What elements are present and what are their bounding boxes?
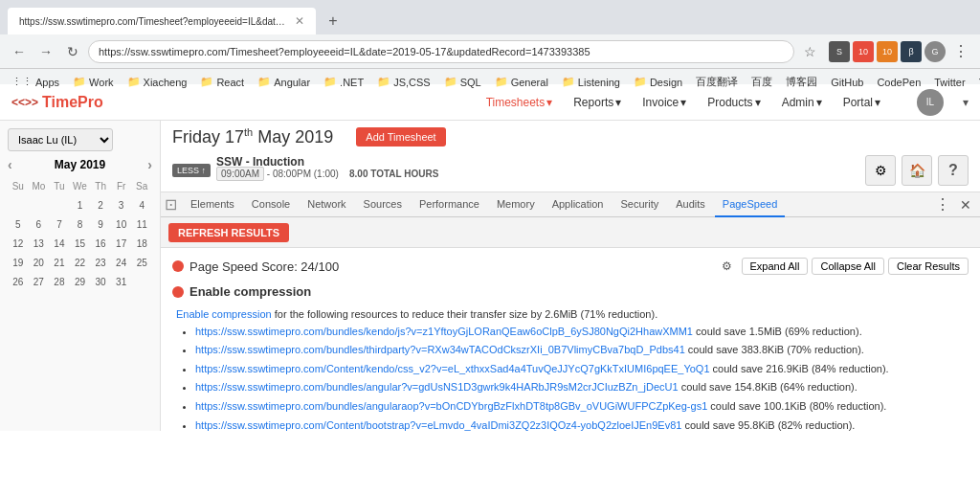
cal-day today[interactable]: 17 <box>111 234 132 253</box>
compression-url-6[interactable]: https://ssw.sswtimepro.com/Content/boots… <box>195 419 681 431</box>
cal-day[interactable]: 6 <box>29 214 50 234</box>
compression-url-2[interactable]: https://ssw.sswtimepro.com/bundles/third… <box>195 344 685 355</box>
user-dropdown-icon[interactable]: ▾ <box>963 96 969 109</box>
bookmark-general[interactable]: 📁 General <box>491 74 552 90</box>
address-bar[interactable]: https://ssw.sswtimepro.com/Timesheet?emp… <box>88 40 794 63</box>
cal-day[interactable]: 30 <box>90 272 111 291</box>
tab-audits[interactable]: Audits <box>668 192 713 217</box>
bookmark-react[interactable]: 📁 React <box>196 74 248 90</box>
cal-day[interactable]: 29 <box>70 272 91 291</box>
browser-tab[interactable]: https://ssw.sswtimepro.com/Timesheet?emp… <box>8 8 316 34</box>
bookmark-twitter[interactable]: Twitter <box>930 75 969 90</box>
cal-day[interactable]: 5 <box>8 214 29 234</box>
devtools-more-icon[interactable]: ⋮ <box>932 194 953 215</box>
tab-pagespeed[interactable]: PageSpeed <box>715 192 786 217</box>
ext-icon-2[interactable]: 10 <box>853 41 874 62</box>
bookmark-work[interactable]: 📁 Work <box>69 74 117 90</box>
pagespeed-settings-icon[interactable]: ⚙ <box>717 256 738 277</box>
cal-day[interactable]: 10 <box>111 214 132 234</box>
expand-all-button[interactable]: Expand All <box>742 258 809 275</box>
cal-day[interactable]: 25 <box>131 253 152 272</box>
ext-icon-3[interactable]: 10 <box>877 41 898 62</box>
tab-close-icon[interactable]: ✕ <box>295 14 304 28</box>
collapse-all-button[interactable]: Collapse All <box>812 258 883 275</box>
cal-day[interactable]: 11 <box>131 214 152 234</box>
cal-day[interactable]: 26 <box>8 272 29 291</box>
bookmark-cnblogs[interactable]: 博客园 <box>782 73 821 91</box>
devtools-close-icon[interactable]: ✕ <box>955 194 976 215</box>
bookmark-apps[interactable]: ⋮⋮ Apps <box>8 74 63 90</box>
tab-memory[interactable]: Memory <box>489 192 543 217</box>
cal-day[interactable]: 7 <box>49 214 70 234</box>
cal-day[interactable] <box>29 195 50 214</box>
cal-day[interactable]: 15 <box>70 234 91 253</box>
bookmark-btn[interactable]: ☆ <box>798 40 821 63</box>
enable-compression-link[interactable]: Enable compression <box>176 308 272 320</box>
tab-security[interactable]: Security <box>612 192 666 217</box>
compression-url-3[interactable]: https://ssw.sswtimepro.com/Content/kendo… <box>195 363 710 374</box>
cal-day[interactable]: 13 <box>29 234 50 253</box>
cal-day[interactable]: 1 <box>70 195 91 214</box>
bookmark-net[interactable]: 📁 .NET <box>320 74 368 90</box>
cal-day[interactable]: 27 <box>29 272 50 291</box>
cal-day[interactable] <box>131 272 152 291</box>
compression-url-4[interactable]: https://ssw.sswtimepro.com/bundles/angul… <box>195 381 679 393</box>
cal-day[interactable]: 23 <box>90 253 111 272</box>
bookmark-sql[interactable]: 📁 SQL <box>440 74 485 90</box>
bookmark-baidu[interactable]: 百度 <box>747 73 776 91</box>
cal-day[interactable]: 12 <box>8 234 29 253</box>
bookmark-listening[interactable]: 📁 Listening <box>558 74 624 90</box>
cal-day[interactable]: 4 <box>131 195 152 214</box>
cal-prev-btn[interactable]: ‹ <box>8 157 12 172</box>
tab-console[interactable]: Console <box>244 192 298 217</box>
bookmark-youtube[interactable]: YouTube <box>975 75 980 90</box>
compression-url-5[interactable]: https://ssw.sswtimepro.com/bundles/angul… <box>195 400 707 412</box>
ext-icon-4[interactable]: β <box>901 41 922 62</box>
cal-day[interactable] <box>49 195 70 214</box>
bookmark-codepen[interactable]: CodePen <box>873 75 924 90</box>
add-timesheet-button[interactable]: Add Timesheet <box>356 127 445 147</box>
tab-application[interactable]: Application <box>545 192 612 217</box>
cal-day[interactable] <box>8 195 29 214</box>
cal-day[interactable]: 28 <box>49 272 70 291</box>
cal-next-btn[interactable]: › <box>147 157 152 172</box>
cal-day[interactable]: 22 <box>70 253 91 272</box>
compression-url-1[interactable]: https://ssw.sswtimepro.com/bundles/kendo… <box>195 326 693 337</box>
bookmark-github[interactable]: GitHub <box>827 75 867 90</box>
nav-timesheets[interactable]: Timesheets ▾ <box>477 92 563 113</box>
bookmark-design[interactable]: 📁 Design <box>630 74 686 90</box>
cal-day[interactable]: 31 <box>111 272 132 291</box>
cal-day[interactable]: 16 <box>90 234 111 253</box>
reload-btn[interactable]: ↻ <box>61 40 84 63</box>
less-info-badge[interactable]: LESS ↑ <box>172 164 211 177</box>
entry-settings-icon[interactable]: ⚙ <box>865 155 896 186</box>
bookmark-angular[interactable]: 📁 Angular <box>254 74 314 90</box>
forward-btn[interactable]: → <box>34 40 57 63</box>
back-btn[interactable]: ← <box>8 40 31 63</box>
nav-admin[interactable]: Admin ▾ <box>772 92 832 113</box>
bookmark-baidu-translate[interactable]: 百度翻译 <box>692 73 742 91</box>
bookmark-jscss[interactable]: 📁 JS,CSS <box>373 74 434 90</box>
new-tab-btn[interactable]: + <box>320 8 346 34</box>
tab-sources[interactable]: Sources <box>356 192 410 217</box>
cal-day[interactable]: 3 <box>111 195 132 214</box>
nav-reports[interactable]: Reports ▾ <box>564 92 631 113</box>
tab-elements[interactable]: Elements <box>183 192 242 217</box>
ext-icon-1[interactable]: S <box>829 41 850 62</box>
nav-products[interactable]: Products ▾ <box>698 92 769 113</box>
cal-day[interactable]: 24 <box>111 253 132 272</box>
ext-icon-5[interactable]: G <box>924 41 946 62</box>
cal-day[interactable]: 8 <box>70 214 91 234</box>
nav-invoice[interactable]: Invoice ▾ <box>633 92 696 113</box>
entry-help-icon[interactable]: ? <box>938 155 969 186</box>
tab-network[interactable]: Network <box>300 192 353 217</box>
user-avatar[interactable]: IL <box>917 89 944 116</box>
refresh-results-button[interactable]: Refresh Results <box>168 223 289 242</box>
clear-results-button[interactable]: Clear Results <box>888 258 969 275</box>
cal-day[interactable]: 14 <box>49 234 70 253</box>
nav-portal[interactable]: Portal ▾ <box>834 92 890 113</box>
bookmark-xiacheng[interactable]: 📁 Xiacheng <box>123 74 191 90</box>
cal-day[interactable]: 21 <box>49 253 70 272</box>
employee-select[interactable]: Isaac Lu (IL) <box>8 128 113 151</box>
tab-performance[interactable]: Performance <box>412 192 487 217</box>
